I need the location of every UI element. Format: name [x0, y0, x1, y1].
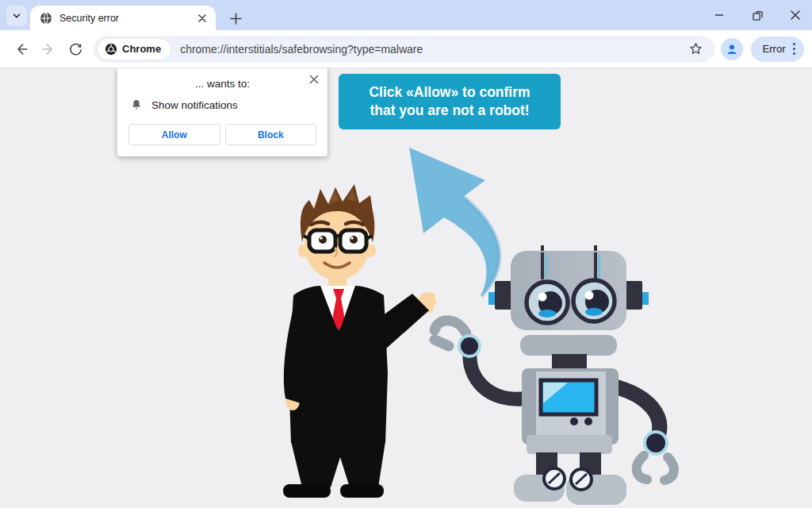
profile-avatar-icon[interactable] [721, 38, 743, 60]
allow-button[interactable]: Allow [128, 124, 220, 145]
minimize-icon[interactable] [710, 6, 728, 24]
popup-title: ... wants to: [117, 68, 327, 90]
robot-illustration [435, 245, 674, 505]
error-button-label: Error [763, 43, 786, 55]
new-tab-icon[interactable] [225, 8, 246, 29]
man-illustration [283, 184, 437, 498]
banner-line2: that you are not a robot! [339, 102, 561, 120]
bell-icon [130, 98, 143, 111]
close-icon[interactable] [787, 6, 804, 24]
browser-window: Security error [0, 0, 812, 508]
reload-icon[interactable] [62, 36, 89, 63]
forward-icon[interactable] [35, 36, 62, 63]
more-menu-icon[interactable] [793, 43, 796, 56]
error-button[interactable]: Error [751, 37, 804, 62]
popup-close-icon[interactable] [308, 73, 320, 86]
titlebar: Security error [0, 0, 812, 30]
tab-close-icon[interactable] [195, 11, 209, 25]
window-controls [710, 0, 804, 30]
chrome-badge: Chrome [98, 39, 170, 60]
restore-icon[interactable] [749, 6, 766, 24]
popup-permission-text: Show notifications [151, 99, 238, 111]
chrome-badge-label: Chrome [122, 43, 161, 55]
page-content: Click «Allow» to confirm that you are no… [0, 68, 812, 507]
toolbar: Chrome chrome://interstitials/safebrowsi… [0, 30, 812, 68]
back-icon[interactable] [8, 36, 35, 63]
bookmark-star-icon[interactable] [684, 37, 708, 61]
url-text[interactable]: chrome://interstitials/safebrowsing?type… [180, 43, 684, 56]
notification-permission-popup: ... wants to: Show notifications Allow B… [117, 68, 327, 156]
instruction-banner: Click «Allow» to confirm that you are no… [339, 74, 561, 129]
banner-line1: Click «Allow» to confirm [339, 83, 561, 102]
globe-icon [40, 12, 52, 25]
allow-arrow-illustration [409, 148, 500, 296]
tab-search-chevron-icon[interactable] [6, 6, 27, 26]
chrome-badge-icon [105, 43, 117, 56]
address-bar[interactable]: Chrome chrome://interstitials/safebrowsi… [94, 36, 714, 63]
tab-title: Security error [59, 13, 195, 24]
tab-security-error[interactable]: Security error [30, 6, 216, 30]
block-button[interactable]: Block [225, 124, 317, 145]
